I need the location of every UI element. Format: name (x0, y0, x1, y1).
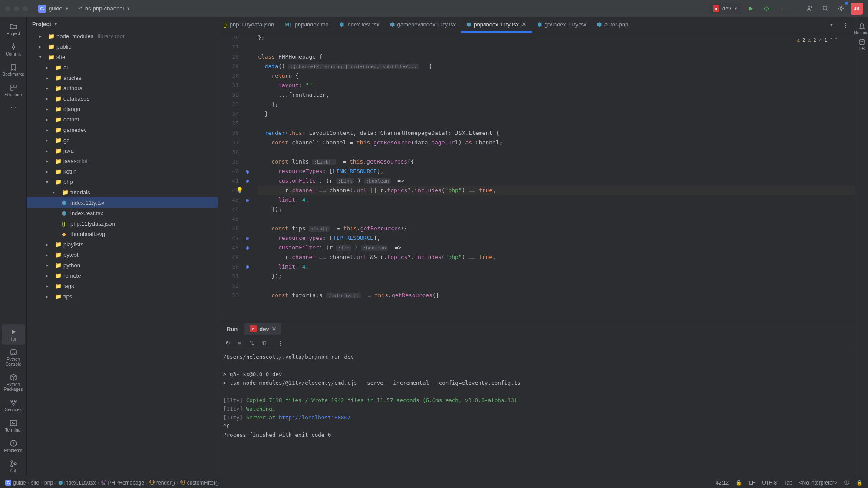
minimize-dot[interactable] (14, 6, 19, 11)
tree-row[interactable]: ▸📁remote (27, 270, 218, 281)
usage-icon[interactable]: ◉ (246, 195, 249, 205)
usage-icon[interactable]: ◉ (246, 262, 249, 272)
chevron-down-icon[interactable]: ▼ (825, 19, 838, 31)
inspection-summary[interactable]: ⚠2 ⚠2 ✓1 ˄ ˅ (797, 36, 838, 45)
rerun-button[interactable]: ↻ (223, 338, 232, 347)
memory-icon[interactable]: 🔒 (856, 480, 863, 486)
sidebar-item-more[interactable]: ⋯ (2, 101, 25, 114)
sidebar-item-git[interactable]: Git (2, 456, 25, 477)
delete-button[interactable]: 🗑 (260, 338, 268, 347)
line-gutter[interactable]: 2627282930313233343536373839404142434445… (218, 33, 244, 321)
zoom-dot[interactable] (23, 6, 28, 11)
tree-row[interactable]: ▸📁node_moduleslibrary root (27, 31, 218, 41)
breadcrumb-item[interactable]: php (44, 480, 53, 486)
git-branch-selector[interactable]: ⎇ hs-php-channel ▼ (73, 3, 134, 13)
tree-row[interactable]: ▸📁tutorials (27, 187, 218, 197)
close-dot[interactable] (5, 6, 10, 11)
sidebar-item-python-console[interactable]: pyPython Console (2, 345, 25, 370)
tree-row[interactable]: ▸📁ai (27, 62, 218, 72)
lock-icon[interactable]: 🔓 (736, 480, 742, 486)
tree-row[interactable]: ◆thumbnail.svg (27, 229, 218, 239)
breadcrumb-item[interactable]: ⓜ render() (149, 479, 175, 486)
avatar-button[interactable]: JB (851, 3, 863, 15)
tree-row[interactable]: ▸📁django (27, 104, 218, 114)
editor-tab[interactable]: ⬢ai-for-php- (592, 17, 636, 33)
breadcrumb-item[interactable]: G guide (5, 480, 26, 486)
sidebar-item-services[interactable]: Services (2, 395, 25, 416)
tree-row[interactable]: ▸📁dotnet (27, 114, 218, 124)
editor-tab[interactable]: ⬢gamedev/index.11ty.tsx (385, 17, 462, 33)
sidebar-item-commit[interactable]: Commit (2, 39, 25, 60)
usage-icon[interactable]: ◉ (246, 176, 249, 186)
project-panel-header[interactable]: Project ▼ (27, 17, 218, 31)
editor-tab[interactable]: ⬢index.test.tsx (334, 17, 385, 33)
tree-row[interactable]: ▸📁databases (27, 93, 218, 104)
tree-row[interactable]: ▸📁java (27, 145, 218, 156)
tree-row[interactable]: ▸📁javascript (27, 156, 218, 166)
close-icon[interactable]: ✕ (272, 326, 276, 332)
run-button[interactable] (745, 3, 757, 15)
settings-button[interactable] (835, 3, 847, 15)
tree-row[interactable]: ⬢index.test.tsx (27, 208, 218, 218)
reader-mode-icon[interactable]: ⓘ (844, 479, 849, 486)
search-button[interactable] (819, 3, 832, 15)
tree-row[interactable]: ▸📁authors (27, 83, 218, 93)
breadcrumb-item[interactable]: site (31, 480, 39, 486)
tree-row[interactable]: ▾📁site (27, 52, 218, 62)
editor-tab[interactable]: ⬢php/index.11ty.tsx✕ (461, 17, 532, 33)
breadcrumb-item[interactable]: ⓜ customFilter() (180, 479, 219, 486)
close-icon[interactable]: ✕ (521, 21, 527, 28)
sidebar-item-problems[interactable]: Problems (2, 436, 25, 456)
more-actions-button[interactable]: ⋮ (776, 3, 788, 15)
tree-row[interactable]: ▸📁public (27, 41, 218, 52)
code-editor[interactable]: ⚠2 ⚠2 ✓1 ˄ ˅ 262728293031323334353637383… (218, 33, 855, 321)
tree-row[interactable]: ▸📁kotlin (27, 166, 218, 177)
run-tab-config[interactable]: n dev ✕ (244, 323, 281, 335)
console-link[interactable]: http://localhost:8080/ (279, 414, 351, 421)
cursor-position[interactable]: 42:12 (716, 480, 729, 486)
more-button[interactable]: ⋮ (276, 338, 284, 347)
sidebar-item-bookmarks[interactable]: Bookmarks (2, 60, 25, 80)
sidebar-item-python-packages[interactable]: Python Packages (2, 370, 25, 395)
stop-button[interactable]: ■ (235, 338, 244, 347)
sidebar-item-project[interactable]: Project (2, 19, 25, 39)
run-tab-main[interactable]: Run (221, 323, 243, 335)
editor-tab[interactable]: {}php.11tydata.json (218, 17, 279, 33)
tree-row[interactable]: ▸📁pytest (27, 249, 218, 260)
chevron-down-icon[interactable]: ˅ (835, 36, 838, 45)
chevron-up-icon[interactable]: ˄ (830, 36, 832, 45)
debug-button[interactable] (760, 3, 772, 15)
tree-row[interactable]: ▸📁tips (27, 291, 218, 301)
interpreter[interactable]: <No interpreter> (799, 480, 837, 486)
rail-item-db[interactable]: DB (856, 37, 868, 53)
tree-row[interactable]: ▸📁articles (27, 72, 218, 83)
line-separator[interactable]: LF (749, 480, 755, 486)
more-tabs-button[interactable]: ⋮ (839, 19, 851, 31)
filter-button[interactable]: ⇅ (248, 338, 256, 347)
tree-row[interactable]: ▸📁python (27, 260, 218, 270)
editor-tab[interactable]: M↓php/index.md (279, 17, 333, 33)
indent-setting[interactable]: Tab (784, 480, 792, 486)
sidebar-item-terminal[interactable]: Terminal (2, 416, 25, 436)
tree-row[interactable]: ▸📁go (27, 135, 218, 145)
file-encoding[interactable]: UTF-8 (762, 480, 777, 486)
run-configuration-selector[interactable]: n dev ▼ (709, 3, 741, 14)
rail-item-notificat[interactable]: Notificat (856, 21, 868, 37)
window-controls[interactable] (5, 6, 28, 11)
tree-row[interactable]: ▸📁tags (27, 281, 218, 291)
breadcrumb-item[interactable]: Ⓒ PHPHomepage (101, 479, 144, 486)
sidebar-item-run[interactable]: Run (2, 324, 25, 345)
tree-row[interactable]: ▾📁php (27, 177, 218, 187)
usage-icon[interactable]: ◉ (246, 233, 249, 243)
code-area[interactable]: }; class PHPHomepage { data() :{channel?… (256, 33, 855, 321)
breadcrumbs[interactable]: G guide› site› php›⬢ index.11ty.tsx›Ⓒ PH… (5, 479, 219, 486)
tree-row[interactable]: ▸📁gamedev (27, 124, 218, 135)
project-tree[interactable]: ▸📁node_moduleslibrary root▸📁public▾📁site… (27, 31, 218, 477)
sidebar-item-structure[interactable]: Structure (2, 80, 25, 101)
usage-icon[interactable]: ◉ (246, 167, 249, 176)
intention-bulb-icon[interactable]: 💡 (236, 186, 243, 195)
usage-icon[interactable]: ◉ (246, 243, 249, 252)
tree-row[interactable]: ⬢index.11ty.tsx (27, 197, 218, 208)
tree-row[interactable]: ▸📁playlists (27, 239, 218, 249)
breadcrumb-item[interactable]: ⬢ index.11ty.tsx (58, 480, 96, 486)
